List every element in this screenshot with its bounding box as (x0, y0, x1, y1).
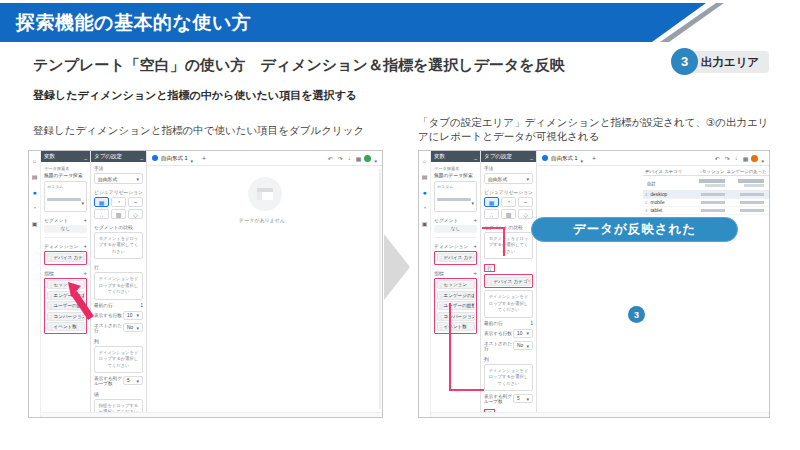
exploration-name-value[interactable]: 無題のデータ探索 (434, 172, 477, 178)
add-tab-button[interactable]: + (202, 155, 206, 162)
minimize-icon[interactable] (140, 154, 143, 160)
blurred-value (738, 179, 764, 187)
visualization-label: ビジュアリゼーション (94, 189, 143, 195)
nav-rail-icon[interactable]: ▤ (32, 173, 38, 180)
chevron-down-icon[interactable] (761, 150, 764, 167)
visualization-type-button[interactable]: ▦ (94, 197, 109, 207)
metric-chip[interactable]: イベント数 (437, 322, 475, 331)
table-column-header[interactable]: デバイス カテゴリ (643, 169, 687, 174)
chevron-down-icon[interactable] (374, 150, 377, 167)
visualization-type-button[interactable]: ∴ (484, 209, 499, 219)
nav-rail-icon[interactable]: ⌂ (33, 158, 37, 164)
visualization-type-button[interactable]: ~ (128, 197, 143, 207)
column-drop-zone[interactable]: ディメンションをドロップするか選択してください (94, 346, 143, 373)
column-group-select[interactable]: 5 (123, 376, 143, 385)
nested-rows-select[interactable]: No (123, 323, 143, 332)
nav-rail-icon[interactable]: ◔ (423, 205, 427, 211)
variables-panel-title: 変数 (44, 153, 55, 160)
table-row[interactable]: 1desktop (643, 191, 770, 199)
chevron-down-icon (526, 330, 529, 336)
row-dimension-chip[interactable]: デバイス カテゴリ (487, 277, 531, 286)
chevron-down-icon[interactable] (581, 150, 584, 167)
visualization-type-button[interactable]: ▥ (111, 209, 126, 219)
row-drop-zone[interactable]: ディメンションをドロップするか選択してください (484, 290, 533, 317)
toolbar-icon[interactable]: ↷ (725, 155, 730, 162)
row-count-select[interactable]: 10 (513, 329, 533, 338)
date-range-picker[interactable]: カスタム (44, 181, 87, 212)
nav-rail-icon[interactable]: ▤ (422, 173, 428, 180)
technique-select[interactable]: 自由形式 (484, 173, 533, 184)
nav-rail-icon[interactable]: ▣ (32, 220, 38, 227)
visualization-type-button[interactable]: ▥ (501, 209, 516, 219)
next-step-arrow-icon (384, 234, 410, 300)
add-segment-icon[interactable] (473, 217, 477, 223)
add-tab-button[interactable]: + (592, 155, 596, 162)
chevron-down-icon[interactable] (191, 150, 194, 167)
date-range-label: カスタム (437, 184, 474, 189)
toolbar-icon[interactable]: ↶ (715, 155, 720, 162)
dimension-chip[interactable]: デバイス カテゴリ (47, 253, 85, 262)
visualization-type-button[interactable]: ∴ (94, 209, 109, 219)
screenshot-before: ⌂▤●◔▣ 変数 データ探索名 無題のデータ探索 カスタム セグメント (28, 150, 383, 418)
add-metric-icon[interactable] (83, 270, 87, 276)
blurred-value (740, 201, 764, 205)
table-column-header[interactable]: ユーザーの総数 (766, 169, 770, 174)
minimize-icon[interactable] (530, 154, 533, 160)
nav-rail-icon[interactable]: ▣ (422, 220, 428, 227)
metric-chip[interactable]: エンゲージのあったセ… (437, 291, 475, 300)
table-row[interactable]: 3tablet (643, 207, 770, 215)
output-canvas: 自由形式 1 + ↶↷↓▦ データがありません。 (147, 151, 382, 417)
metric-chip[interactable]: ユーザーの総数 (437, 301, 475, 310)
tab-freeform[interactable]: 自由形式 1 (161, 155, 188, 162)
date-range-picker[interactable]: カスタム (434, 181, 477, 212)
minimize-icon[interactable] (84, 154, 87, 160)
empty-state-icon (248, 177, 282, 211)
row-count-select[interactable]: 10 (123, 311, 143, 320)
table-column-header[interactable]: ↓セッション (687, 169, 727, 174)
technique-select[interactable]: 自由形式 (94, 173, 143, 184)
nav-rail-icon[interactable]: ◔ (33, 205, 37, 211)
metric-chip[interactable]: コンバージョン (437, 312, 475, 321)
visualization-type-button[interactable]: ◇ (128, 209, 143, 219)
column-group-select[interactable]: 5 (513, 394, 533, 403)
segment-drop-zone[interactable]: セグメントをドロップするか選択してください (94, 232, 143, 259)
visualization-type-button[interactable]: ◇ (518, 209, 533, 219)
exploration-name-label: データ探索名 (44, 166, 87, 171)
scrollbar[interactable] (379, 169, 381, 409)
visualization-type-button[interactable]: ◔ (111, 197, 126, 207)
toolbar-icon[interactable]: ↶ (328, 155, 333, 162)
slide-header-title: 探索機能の基本的な使い方 (16, 10, 251, 36)
toolbar-icon[interactable]: ▦ (356, 155, 362, 162)
visualization-type-button[interactable]: ▦ (484, 197, 499, 207)
column-drop-zone[interactable]: ディメンションをドロップするか選択してください (484, 364, 533, 391)
toolbar-icon[interactable]: ↷ (338, 155, 343, 162)
add-dimension-icon[interactable] (83, 243, 87, 249)
add-metric-icon[interactable] (473, 270, 477, 276)
nav-rail-icon[interactable]: ● (422, 189, 426, 196)
metric-chip[interactable]: セッション (437, 280, 475, 289)
horizontal-scrollbar[interactable] (431, 412, 769, 417)
dimension-chip[interactable]: デバイス カテゴリ (437, 253, 475, 262)
visualization-type-button[interactable]: ~ (518, 197, 533, 207)
blurred-value (740, 209, 764, 213)
page-subtitle: 登録したディメンションと指標の中から使いたい項目を選択する (33, 88, 357, 103)
tab-freeform[interactable]: 自由形式 1 (551, 155, 578, 162)
nested-rows-select[interactable]: No (513, 341, 533, 350)
row-drop-zone[interactable]: ディメンションをドロップするか選択してください (94, 272, 143, 299)
table-column-header[interactable]: エンゲージのあったセッ… (727, 169, 767, 174)
account-avatar[interactable] (364, 155, 371, 162)
visualization-type-button[interactable]: ◔ (501, 197, 516, 207)
minimize-icon[interactable] (474, 154, 477, 160)
account-avatar[interactable] (751, 155, 758, 162)
add-dimension-icon[interactable] (473, 243, 477, 249)
nav-rail-icon[interactable]: ⌂ (423, 158, 427, 164)
add-segment-icon[interactable] (83, 217, 87, 223)
toolbar-icon[interactable]: ↓ (348, 155, 351, 161)
toolbar-icon[interactable]: ↓ (735, 155, 738, 161)
toolbar-icon[interactable]: ▦ (743, 155, 749, 162)
exploration-name-value[interactable]: 無題のデータ探索 (44, 172, 87, 178)
nav-rail-icon[interactable]: ● (32, 189, 36, 196)
table-row[interactable]: 2mobile (643, 199, 770, 207)
horizontal-scrollbar[interactable] (41, 412, 382, 417)
segment-drop-zone[interactable]: セグメントをドロップするか選択してください (484, 232, 533, 259)
